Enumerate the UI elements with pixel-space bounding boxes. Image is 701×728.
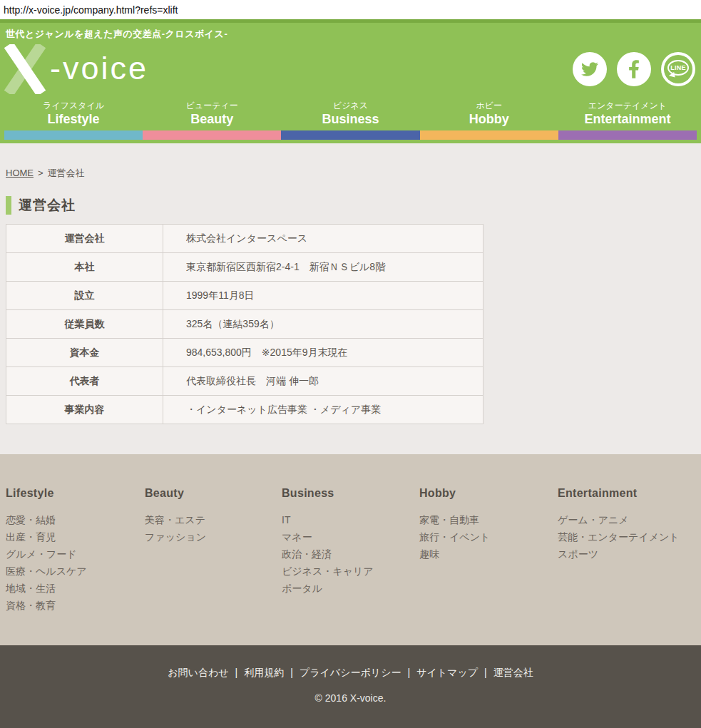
sitemap-footer: Lifestyle 恋愛・結婚 出産・育児 グルメ・フード 医療・ヘルスケア 地… [0, 454, 701, 645]
bottom-link-sitemap[interactable]: サイトマップ [416, 667, 478, 678]
facebook-button[interactable] [617, 52, 651, 86]
table-row: 資本金 984,653,800円 ※2015年9月末現在 [6, 339, 483, 367]
nav-label-jp: ライフスタイル [43, 100, 104, 111]
twitter-icon [580, 61, 600, 78]
stripe-segment-hobby [420, 130, 558, 140]
nav-item-beauty[interactable]: ビューティー Beauty [143, 98, 281, 130]
table-row-value: 代表取締役社長 河端 伸一郎 [163, 367, 483, 396]
table-row-label: 事業内容 [6, 396, 163, 424]
nav-item-business[interactable]: ビジネス Business [281, 98, 419, 130]
footer-column-business: Business IT マネー 政治・経済 ビジネス・キャリア ポータル [282, 487, 419, 645]
footer-column-title: Lifestyle [6, 487, 145, 500]
table-row-label: 設立 [6, 282, 163, 310]
nav-label-en: Hobby [469, 111, 509, 127]
logo-text: -voice [50, 50, 148, 87]
table-row-value: ・インターネット広告事業 ・メディア事業 [163, 396, 483, 424]
table-row: 事業内容 ・インターネット広告事業 ・メディア事業 [6, 396, 483, 424]
nav-label-en: Business [322, 111, 379, 127]
footer-link[interactable]: ポータル [282, 580, 419, 597]
page-title-text: 運営会社 [19, 196, 76, 215]
bottom-link-privacy[interactable]: プライバシーポリシー [300, 667, 401, 678]
stripe-segment-lifestyle [4, 130, 143, 140]
footer-link[interactable]: 出産・育児 [6, 528, 145, 545]
nav-item-entertainment[interactable]: エンターテイメント Entertainment [558, 98, 697, 130]
url-bar[interactable]: http://x-voice.jp/company.html?refs=xlif… [0, 0, 701, 19]
twitter-button[interactable] [573, 52, 607, 86]
footer-column-title: Entertainment [558, 487, 697, 500]
footer-link[interactable]: スポーツ [558, 545, 697, 563]
nav-label-jp: ビジネス [333, 100, 368, 111]
nav-label-jp: ビューティー [186, 100, 238, 111]
bottom-link-separator: | [290, 667, 293, 678]
footer-link[interactable]: グルメ・フード [6, 545, 145, 563]
nav-item-hobby[interactable]: ホビー Hobby [420, 98, 558, 130]
table-row: 設立 1999年11月8日 [6, 282, 483, 310]
nav-label-en: Lifestyle [48, 111, 100, 127]
table-row-value: 東京都新宿区西新宿2-4-1 新宿ＮＳビル8階 [163, 253, 483, 282]
bottom-link-company[interactable]: 運営会社 [493, 667, 533, 678]
footer-column-lifestyle: Lifestyle 恋愛・結婚 出産・育児 グルメ・フード 医療・ヘルスケア 地… [6, 487, 145, 645]
footer-link[interactable]: 趣味 [419, 545, 558, 563]
line-icon: LINE [664, 55, 692, 83]
footer-column-title: Hobby [419, 487, 558, 500]
site-header: 世代とジャンルを超えた声の交差点-クロスボイス- -voice [0, 19, 701, 143]
footer-link[interactable]: IT [282, 511, 419, 528]
social-buttons: LINE [573, 52, 695, 86]
nav-label-en: Entertainment [584, 111, 670, 127]
table-row-value: 984,653,800円 ※2015年9月末現在 [163, 339, 483, 367]
footer-link[interactable]: ビジネス・キャリア [282, 563, 419, 580]
table-row-value: 1999年11月8日 [163, 282, 483, 310]
footer-column-beauty: Beauty 美容・エステ ファッション [145, 487, 282, 645]
table-row: 代表者 代表取締役社長 河端 伸一郎 [6, 367, 483, 396]
footer-column-title: Beauty [145, 487, 282, 500]
footer-link[interactable]: 恋愛・結婚 [6, 511, 145, 528]
logo[interactable]: -voice [6, 44, 148, 94]
bottom-link-separator: | [484, 667, 487, 678]
bottom-links: お問い合わせ|利用規約|プライバシーポリシー|サイトマップ|運営会社 [0, 667, 701, 680]
nav-label-jp: ホビー [476, 100, 502, 111]
footer-link[interactable]: マネー [282, 528, 419, 545]
table-row-label: 資本金 [6, 339, 163, 367]
breadcrumb: HOME>運営会社 [0, 143, 701, 180]
footer-link[interactable]: 地域・生活 [6, 580, 145, 597]
bottom-link-separator: | [407, 667, 410, 678]
nav-label-en: Beauty [190, 111, 233, 127]
title-accent-bar [6, 196, 11, 215]
footer-link[interactable]: ゲーム・アニメ [558, 511, 697, 528]
footer-link[interactable]: 家電・自動車 [419, 511, 558, 528]
bottom-link-contact[interactable]: お問い合わせ [168, 667, 228, 678]
footer-column-entertainment: Entertainment ゲーム・アニメ 芸能・エンターテイメント スポーツ [558, 487, 697, 645]
site-tagline: 世代とジャンルを超えた声の交差点-クロスボイス- [0, 23, 701, 41]
footer-link[interactable]: 医療・ヘルスケア [6, 563, 145, 580]
footer-link[interactable]: ファッション [145, 528, 282, 545]
nav-label-jp: エンターテイメント [588, 100, 667, 111]
breadcrumb-current: 運営会社 [48, 168, 85, 178]
nav-item-lifestyle[interactable]: ライフスタイル Lifestyle [4, 98, 143, 130]
table-row: 運営会社 株式会社インタースペース [6, 225, 483, 253]
footer-column-hobby: Hobby 家電・自動車 旅行・イベント 趣味 [419, 487, 558, 645]
logo-x-icon [1, 44, 48, 94]
breadcrumb-home-link[interactable]: HOME [6, 168, 34, 178]
footer-link[interactable]: 政治・経済 [282, 545, 419, 563]
table-row-label: 運営会社 [6, 225, 163, 253]
bottom-link-terms[interactable]: 利用規約 [244, 667, 284, 678]
table-row: 従業員数 325名（連結359名） [6, 310, 483, 339]
footer-link[interactable]: 美容・エステ [145, 511, 282, 528]
line-button[interactable]: LINE [661, 52, 695, 86]
footer-link[interactable]: 旅行・イベント [419, 528, 558, 545]
stripe-segment-business [281, 130, 419, 140]
table-row-label: 従業員数 [6, 310, 163, 339]
table-row-value: 株式会社インタースペース [163, 225, 483, 253]
footer-link[interactable]: 芸能・エンターテイメント [558, 528, 697, 545]
copyright: © 2016 X-voice. [0, 692, 701, 704]
bottom-link-separator: | [235, 667, 238, 678]
main-content: HOME>運営会社 運営会社 運営会社 株式会社インタースペース 本社 東京都新… [0, 143, 701, 454]
table-row-value: 325名（連結359名） [163, 310, 483, 339]
footer-column-title: Business [282, 487, 419, 500]
facebook-icon [628, 59, 640, 79]
table-row: 本社 東京都新宿区西新宿2-4-1 新宿ＮＳビル8階 [6, 253, 483, 282]
stripe-segment-beauty [143, 130, 281, 140]
footer-link[interactable]: 資格・教育 [6, 597, 145, 614]
page-title: 運営会社 [6, 196, 701, 215]
bottom-bar: お問い合わせ|利用規約|プライバシーポリシー|サイトマップ|運営会社 © 201… [0, 645, 701, 728]
